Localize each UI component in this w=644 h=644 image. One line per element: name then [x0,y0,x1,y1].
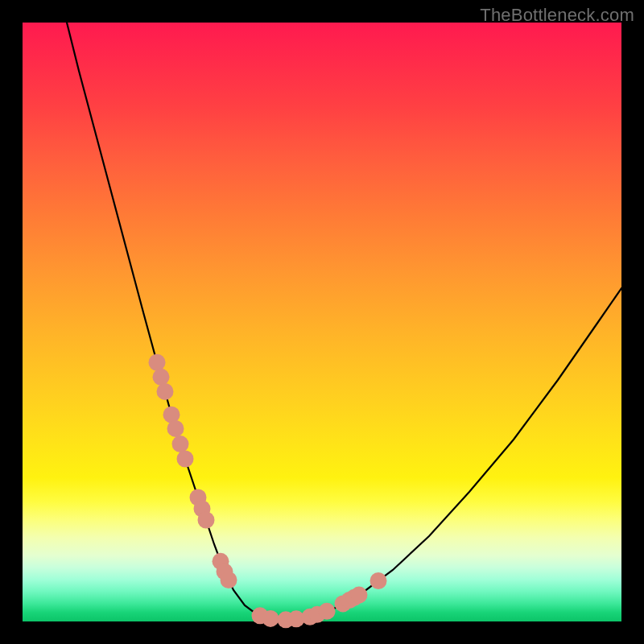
data-point [221,572,237,588]
data-point [370,572,387,589]
data-point [319,603,336,620]
curve-svg [23,23,621,621]
data-point [172,436,189,452]
data-point [149,354,166,371]
data-points [149,354,387,629]
data-point [262,610,279,627]
data-point [198,512,215,529]
data-point [153,369,170,386]
bottleneck-curve [67,23,621,620]
plot-area [23,23,621,621]
data-point [351,587,368,604]
data-point [177,451,194,468]
data-point [167,420,184,437]
chart-frame: TheBottleneck.com [0,0,644,644]
watermark-text: TheBottleneck.com [480,5,634,26]
data-point [157,383,174,400]
